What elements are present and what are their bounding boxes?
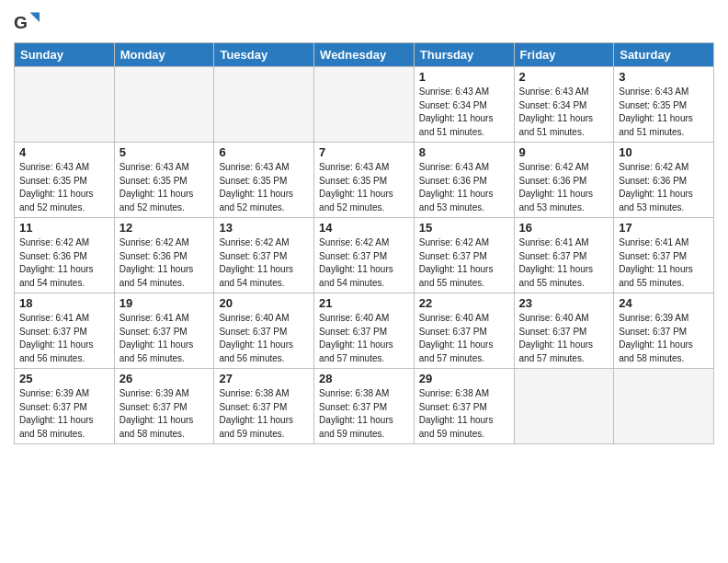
day-number: 22: [419, 296, 509, 310]
calendar-day-cell: 3Sunrise: 6:43 AMSunset: 6:35 PMDaylight…: [614, 67, 714, 143]
day-info: Sunrise: 6:38 AMSunset: 6:37 PMDaylight:…: [319, 387, 409, 441]
day-number: 4: [19, 145, 109, 159]
day-number: 2: [519, 70, 609, 84]
day-info: Sunrise: 6:43 AMSunset: 6:35 PMDaylight:…: [219, 161, 309, 214]
day-number: 13: [219, 221, 309, 235]
calendar-day-cell: 25Sunrise: 6:39 AMSunset: 6:37 PMDayligh…: [15, 369, 115, 444]
calendar-day-cell: 21Sunrise: 6:40 AMSunset: 6:37 PMDayligh…: [314, 293, 415, 369]
day-info: Sunrise: 6:42 AMSunset: 6:36 PMDaylight:…: [519, 161, 609, 214]
day-info: Sunrise: 6:43 AMSunset: 6:35 PMDaylight:…: [619, 86, 709, 139]
day-info: Sunrise: 6:43 AMSunset: 6:35 PMDaylight:…: [19, 161, 109, 214]
calendar-day-cell: [114, 67, 214, 143]
calendar-day-cell: 8Sunrise: 6:43 AMSunset: 6:36 PMDaylight…: [414, 143, 514, 218]
day-info: Sunrise: 6:39 AMSunset: 6:37 PMDaylight:…: [619, 312, 709, 365]
day-number: 23: [519, 296, 609, 310]
day-info: Sunrise: 6:42 AMSunset: 6:36 PMDaylight:…: [619, 161, 709, 214]
day-info: Sunrise: 6:40 AMSunset: 6:37 PMDaylight:…: [519, 312, 609, 365]
day-info: Sunrise: 6:42 AMSunset: 6:37 PMDaylight:…: [219, 236, 309, 290]
day-info: Sunrise: 6:39 AMSunset: 6:37 PMDaylight:…: [119, 387, 210, 441]
calendar-day-cell: 13Sunrise: 6:42 AMSunset: 6:37 PMDayligh…: [214, 218, 314, 293]
calendar-day-cell: 16Sunrise: 6:41 AMSunset: 6:37 PMDayligh…: [514, 218, 614, 293]
calendar-day-cell: 15Sunrise: 6:42 AMSunset: 6:37 PMDayligh…: [414, 218, 514, 293]
day-info: Sunrise: 6:40 AMSunset: 6:37 PMDaylight:…: [319, 312, 409, 365]
day-info: Sunrise: 6:42 AMSunset: 6:37 PMDaylight:…: [419, 236, 509, 290]
day-number: 18: [19, 296, 109, 310]
day-info: Sunrise: 6:42 AMSunset: 6:37 PMDaylight:…: [319, 236, 409, 290]
day-info: Sunrise: 6:41 AMSunset: 6:37 PMDaylight:…: [119, 312, 210, 365]
day-number: 19: [119, 296, 210, 310]
day-number: 3: [619, 70, 709, 84]
calendar-week-row: 4Sunrise: 6:43 AMSunset: 6:35 PMDaylight…: [15, 143, 714, 218]
day-info: Sunrise: 6:41 AMSunset: 6:37 PMDaylight:…: [519, 236, 609, 290]
calendar-week-row: 18Sunrise: 6:41 AMSunset: 6:37 PMDayligh…: [15, 293, 714, 369]
calendar-day-cell: 22Sunrise: 6:40 AMSunset: 6:37 PMDayligh…: [414, 293, 514, 369]
calendar-day-cell: 19Sunrise: 6:41 AMSunset: 6:37 PMDayligh…: [114, 293, 214, 369]
calendar-day-cell: 20Sunrise: 6:40 AMSunset: 6:37 PMDayligh…: [214, 293, 314, 369]
day-number: 7: [319, 145, 409, 159]
calendar-day-header: Sunday: [15, 43, 115, 67]
day-number: 12: [119, 221, 210, 235]
calendar-day-header: Thursday: [414, 43, 514, 67]
day-info: Sunrise: 6:40 AMSunset: 6:37 PMDaylight:…: [419, 312, 509, 365]
calendar-day-cell: 28Sunrise: 6:38 AMSunset: 6:37 PMDayligh…: [314, 369, 415, 444]
day-number: 24: [619, 296, 709, 310]
calendar-day-cell: 9Sunrise: 6:42 AMSunset: 6:36 PMDaylight…: [514, 143, 614, 218]
day-number: 1: [419, 70, 509, 84]
calendar-day-cell: 26Sunrise: 6:39 AMSunset: 6:37 PMDayligh…: [114, 369, 214, 444]
day-info: Sunrise: 6:41 AMSunset: 6:37 PMDaylight:…: [619, 236, 709, 290]
calendar-day-cell: [214, 67, 314, 143]
day-info: Sunrise: 6:38 AMSunset: 6:37 PMDaylight:…: [419, 387, 509, 441]
calendar-header-row: SundayMondayTuesdayWednesdayThursdayFrid…: [15, 43, 714, 67]
calendar-day-cell: 6Sunrise: 6:43 AMSunset: 6:35 PMDaylight…: [214, 143, 314, 218]
calendar-day-cell: 1Sunrise: 6:43 AMSunset: 6:34 PMDaylight…: [414, 67, 514, 143]
day-info: Sunrise: 6:39 AMSunset: 6:37 PMDaylight:…: [19, 387, 109, 441]
day-number: 25: [19, 372, 109, 385]
calendar-day-header: Monday: [114, 43, 214, 67]
calendar-day-cell: 14Sunrise: 6:42 AMSunset: 6:37 PMDayligh…: [314, 218, 415, 293]
calendar-day-header: Saturday: [614, 43, 714, 67]
day-number: 5: [119, 145, 210, 159]
day-number: 8: [419, 145, 509, 159]
calendar-day-cell: [614, 369, 714, 444]
day-number: 15: [419, 221, 509, 235]
calendar-week-row: 1Sunrise: 6:43 AMSunset: 6:34 PMDaylight…: [15, 67, 714, 143]
day-info: Sunrise: 6:40 AMSunset: 6:37 PMDaylight:…: [219, 312, 309, 365]
day-number: 11: [19, 221, 109, 235]
calendar-day-cell: [514, 369, 614, 444]
calendar-day-cell: 17Sunrise: 6:41 AMSunset: 6:37 PMDayligh…: [614, 218, 714, 293]
calendar-day-cell: 24Sunrise: 6:39 AMSunset: 6:37 PMDayligh…: [614, 293, 714, 369]
svg-marker-1: [30, 13, 40, 23]
calendar-day-cell: 10Sunrise: 6:42 AMSunset: 6:36 PMDayligh…: [614, 143, 714, 218]
day-number: 6: [219, 145, 309, 159]
day-number: 28: [319, 372, 409, 385]
calendar-day-cell: 4Sunrise: 6:43 AMSunset: 6:35 PMDaylight…: [15, 143, 115, 218]
day-info: Sunrise: 6:42 AMSunset: 6:36 PMDaylight:…: [19, 236, 109, 290]
day-info: Sunrise: 6:42 AMSunset: 6:36 PMDaylight:…: [119, 236, 210, 290]
calendar-day-header: Tuesday: [214, 43, 314, 67]
day-info: Sunrise: 6:43 AMSunset: 6:35 PMDaylight:…: [119, 161, 210, 214]
day-number: 9: [519, 145, 609, 159]
day-number: 20: [219, 296, 309, 310]
calendar-table: SundayMondayTuesdayWednesdayThursdayFrid…: [14, 42, 714, 444]
calendar-day-cell: 5Sunrise: 6:43 AMSunset: 6:35 PMDaylight…: [114, 143, 214, 218]
day-number: 14: [319, 221, 409, 235]
day-info: Sunrise: 6:38 AMSunset: 6:37 PMDaylight:…: [219, 387, 309, 441]
day-number: 17: [619, 221, 709, 235]
calendar-day-cell: 12Sunrise: 6:42 AMSunset: 6:36 PMDayligh…: [114, 218, 214, 293]
calendar-week-row: 11Sunrise: 6:42 AMSunset: 6:36 PMDayligh…: [15, 218, 714, 293]
calendar-day-cell: 29Sunrise: 6:38 AMSunset: 6:37 PMDayligh…: [414, 369, 514, 444]
calendar-week-row: 25Sunrise: 6:39 AMSunset: 6:37 PMDayligh…: [15, 369, 714, 444]
day-info: Sunrise: 6:43 AMSunset: 6:36 PMDaylight:…: [419, 161, 509, 214]
calendar-day-cell: 27Sunrise: 6:38 AMSunset: 6:37 PMDayligh…: [214, 369, 314, 444]
day-info: Sunrise: 6:43 AMSunset: 6:34 PMDaylight:…: [519, 86, 609, 139]
calendar-day-cell: [15, 67, 115, 143]
page-header: G: [14, 9, 714, 35]
day-number: 21: [319, 296, 409, 310]
calendar-day-cell: 18Sunrise: 6:41 AMSunset: 6:37 PMDayligh…: [15, 293, 115, 369]
logo-icon: G: [14, 9, 40, 35]
calendar-day-header: Wednesday: [314, 43, 415, 67]
day-number: 10: [619, 145, 709, 159]
calendar-day-cell: 11Sunrise: 6:42 AMSunset: 6:36 PMDayligh…: [15, 218, 115, 293]
day-info: Sunrise: 6:41 AMSunset: 6:37 PMDaylight:…: [19, 312, 109, 365]
day-info: Sunrise: 6:43 AMSunset: 6:35 PMDaylight:…: [319, 161, 409, 214]
